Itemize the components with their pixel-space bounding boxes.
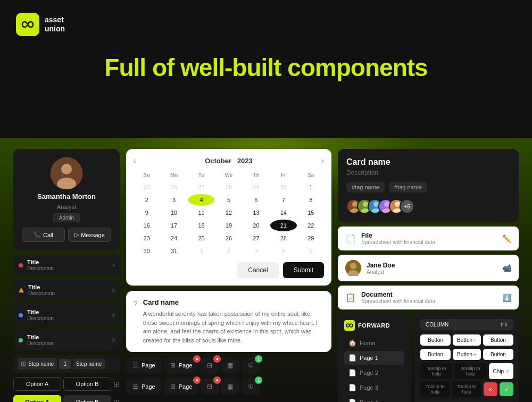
calendar-day[interactable]: 1: [188, 245, 214, 257]
cancel-button[interactable]: Cancel: [237, 262, 278, 278]
page-icon: 📄: [348, 369, 356, 376]
tooltip-3[interactable]: Tooltip to help: [420, 381, 450, 397]
option-b-button-2[interactable]: Option B: [63, 395, 111, 402]
calendar-day[interactable]: 7: [270, 194, 296, 206]
copy-icon[interactable]: ⊞: [113, 380, 120, 388]
button-4[interactable]: Button: [420, 349, 451, 360]
calendar-day[interactable]: 16: [134, 220, 160, 231]
tab-label: Page: [179, 362, 193, 368]
page-tab-10[interactable]: ① 1: [242, 379, 260, 395]
calendar-day[interactable]: 27: [188, 181, 214, 193]
stepper-left[interactable]: ⊞ Step name: [18, 358, 57, 370]
page-tab-5[interactable]: ① 1: [242, 357, 260, 373]
calendar-day-today[interactable]: 21: [270, 220, 296, 231]
tooltip-4[interactable]: Tooltip to help: [452, 381, 482, 397]
calendar-day[interactable]: 6: [243, 194, 269, 206]
tooltip-2[interactable]: Tooltip to help: [454, 363, 486, 379]
chip-button[interactable]: Chip ×: [489, 363, 513, 379]
edit-icon[interactable]: ✏️: [502, 234, 511, 243]
column-selector[interactable]: COLUMN ⬆⬇: [420, 319, 513, 330]
page-tabs-2: ☰ Page ⊞ Page ● ⊟ ● ▦ ① 1: [126, 379, 331, 395]
calendar-day[interactable]: 2: [215, 245, 242, 257]
calendar-day[interactable]: 24: [161, 232, 187, 244]
calendar-day[interactable]: 28: [270, 232, 296, 244]
button-2[interactable]: Button +: [453, 334, 481, 346]
calendar-day[interactable]: 29: [243, 181, 269, 193]
nav-item-page2[interactable]: 📄 Page 2: [344, 366, 404, 380]
nav-item-home[interactable]: 🏠 Home: [344, 336, 404, 350]
calendar-day[interactable]: 15: [298, 207, 324, 219]
calendar-day[interactable]: 22: [298, 220, 324, 231]
calendar-day[interactable]: 18: [188, 220, 214, 231]
option-a-button-2[interactable]: Option A: [13, 395, 61, 402]
page-tab-8[interactable]: ⊟ ●: [201, 379, 219, 395]
calendar-day[interactable]: 11: [188, 207, 214, 219]
message-button[interactable]: ▷ Message: [68, 228, 111, 242]
calendar-day[interactable]: 17: [161, 220, 187, 231]
submit-button[interactable]: Submit: [283, 262, 324, 278]
tooltip-1[interactable]: Tooltip to help: [420, 363, 452, 379]
button-5[interactable]: Button +: [453, 349, 481, 360]
close-icon[interactable]: ×: [112, 312, 115, 319]
button-1[interactable]: Button: [420, 334, 451, 346]
nav-item-page3[interactable]: 📄 Page 3: [344, 381, 404, 395]
close-icon[interactable]: ×: [112, 262, 115, 269]
calendar-day[interactable]: 13: [243, 207, 269, 219]
calendar-day[interactable]: 28: [215, 181, 242, 193]
calendar-day[interactable]: 23: [134, 232, 160, 244]
nav-item-page1[interactable]: 📄 Page 1: [344, 351, 404, 365]
calendar-prev-button[interactable]: ‹: [134, 156, 136, 165]
calendar-day[interactable]: 9: [134, 207, 160, 219]
calendar-next-button[interactable]: ›: [321, 156, 324, 165]
calendar-day[interactable]: 2: [134, 194, 160, 206]
copy-icon-2[interactable]: ⊞: [113, 398, 120, 402]
nav-item-label: Page 4: [360, 399, 378, 402]
calendar-day[interactable]: 20: [243, 220, 269, 231]
calendar-day[interactable]: 19: [215, 220, 242, 231]
nav-item-label: Home: [360, 340, 375, 346]
reject-button[interactable]: ×: [484, 382, 497, 396]
calendar-day[interactable]: 12: [215, 207, 242, 219]
chip-close-icon[interactable]: ×: [506, 368, 509, 374]
calendar-day[interactable]: 29: [298, 232, 324, 244]
option-b-button-1[interactable]: Option B: [63, 377, 111, 391]
calendar-day[interactable]: 14: [270, 207, 296, 219]
call-button[interactable]: 📞 Call: [22, 228, 65, 242]
nav-item-page4[interactable]: 📄 Page 4: [344, 396, 404, 402]
tab-badge-green-2: 1: [255, 376, 262, 384]
video-icon[interactable]: 📹: [502, 264, 511, 272]
calendar-day[interactable]: 5: [298, 245, 324, 257]
approve-button[interactable]: ✓: [500, 382, 513, 396]
page-tab-7[interactable]: ⊞ Page ●: [164, 379, 199, 395]
calendar-day[interactable]: 26: [215, 232, 242, 244]
calendar-day[interactable]: 4: [270, 245, 296, 257]
page-tab-1[interactable]: ☰ Page: [126, 357, 162, 373]
close-icon[interactable]: ×: [112, 337, 115, 344]
calendar-day[interactable]: 25: [188, 232, 214, 244]
button-3[interactable]: Button: [483, 334, 513, 346]
calendar-day[interactable]: 27: [243, 232, 269, 244]
calendar-day[interactable]: 30: [270, 181, 296, 193]
option-a-button-1[interactable]: Option A: [13, 377, 61, 391]
calendar-day[interactable]: 30: [134, 245, 160, 257]
page-tab-6[interactable]: ☰ Page: [126, 379, 162, 395]
calendar-day[interactable]: 25: [134, 181, 160, 193]
calendar-day[interactable]: 10: [161, 207, 187, 219]
calendar-day[interactable]: 31: [161, 245, 187, 257]
calendar-day[interactable]: 5: [215, 194, 242, 206]
close-icon[interactable]: ×: [112, 287, 115, 294]
page-tab-3[interactable]: ⊟ ●: [201, 357, 219, 373]
bottom-right: FORWARD 🏠 Home 📄 Page 1 📄 Page 2 📄 Page …: [338, 314, 519, 402]
calendar-day[interactable]: 3: [243, 245, 269, 257]
button-6[interactable]: Button: [483, 349, 513, 360]
calendar-day[interactable]: 3: [161, 194, 187, 206]
stepper-right[interactable]: Step name: [73, 359, 105, 369]
page-tab-4[interactable]: ▦: [221, 357, 239, 373]
page-tab-2[interactable]: ⊞ Page ●: [164, 357, 199, 373]
page-tab-9[interactable]: ▦: [221, 379, 239, 395]
calendar-day[interactable]: 8: [298, 194, 324, 206]
download-icon[interactable]: ⬇️: [502, 294, 511, 302]
calendar-day[interactable]: 26: [161, 181, 187, 193]
calendar-day[interactable]: 1: [298, 181, 324, 193]
calendar-day[interactable]: 4: [188, 194, 214, 206]
